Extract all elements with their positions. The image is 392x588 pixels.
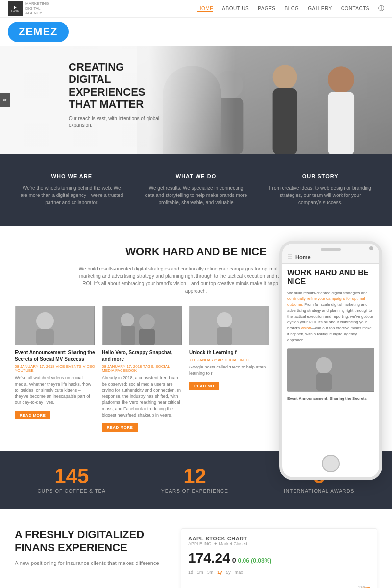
logo-bar: ZEMEZ <box>0 18 392 46</box>
stock-chart-title: AAPL STOCK CHART <box>188 536 370 541</box>
stat-experience-number: 12 <box>161 466 228 487</box>
svg-rect-20 <box>217 327 232 345</box>
nav-blog[interactable]: BLOG <box>284 6 299 11</box>
our-story-heading: OUR STORY <box>268 173 372 179</box>
flash-logo-icon: F LASH <box>8 1 23 16</box>
svg-rect-9 <box>316 373 332 391</box>
edit-button[interactable]: ✏ <box>0 93 10 107</box>
phone-heading: WORK HARD AND BE NICE <box>287 269 374 286</box>
finance-section: A FRESHLY DIGITALIZED FINANS EXPERIENCE … <box>0 509 392 588</box>
price-value: 174.24 <box>188 550 230 566</box>
blog-card-image-2 <box>102 306 182 345</box>
chart-tab-1d[interactable]: 1d <box>188 570 193 575</box>
blog-card-meta-3: 7TH JANUARY: ARTIFICIAL INTEL <box>189 358 270 362</box>
chart-tab-3m[interactable]: 3m <box>207 570 214 575</box>
blog-card-image-1 <box>15 306 95 345</box>
blog-card-1: Event Announcement: Sharing the Secrets … <box>15 306 95 432</box>
price-superscript: 0 <box>232 556 236 564</box>
phone-content: WORK HARD AND BE NICE We build results-o… <box>282 264 379 450</box>
work-section-outer: WORK HARD AND BE NICE We build results-o… <box>0 226 392 451</box>
blog-card-body-3: Google hosts called 'Deco to help atten … <box>189 364 270 376</box>
blog-card-body-1: We've all watched videos on social media… <box>15 375 95 406</box>
read-more-button-3[interactable]: READ MO <box>189 382 219 390</box>
svg-point-14 <box>121 313 134 327</box>
read-more-button-1[interactable]: READ MORE <box>15 411 50 419</box>
stat-awards-label: INTERNATIONAL AWARDS <box>284 489 354 494</box>
phone-mockup: ☰ Home WORK HARD AND BE NICE We build re… <box>279 241 382 480</box>
phone-home-label: Home <box>295 254 311 260</box>
work-intro: We build results-oriented digital strate… <box>78 265 314 294</box>
svg-rect-17 <box>139 329 155 345</box>
hero-title: CREATING DIGITAL EXPERIENCES THAT MATTER <box>69 61 167 110</box>
what-we-do-heading: WHAT WE DO <box>144 173 248 179</box>
phone-body: We build results-oriented digital strate… <box>287 290 374 343</box>
svg-point-19 <box>217 312 232 328</box>
hero-section: ✏ CREATING DIGITAL EXPERIENCES THAT MATT… <box>0 46 392 154</box>
chart-tab-1m[interactable]: 1m <box>197 570 203 575</box>
who-we-are-heading: WHO WE ARE <box>20 173 124 179</box>
nav-gallery[interactable]: GALLERY <box>308 6 332 11</box>
svg-point-11 <box>36 312 54 330</box>
stat-experience-label: YEARS OF EXPERIENCE <box>161 489 228 494</box>
who-we-are-col: WHO WE ARE We're the wheels turning behi… <box>10 169 134 211</box>
zemez-logo: ZEMEZ <box>8 22 69 42</box>
nav-contacts[interactable]: CONTACTS <box>341 6 369 11</box>
blog-cards: Event Announcement: Sharing the Secrets … <box>15 306 270 432</box>
blog-card-meta-2: 08 JANUARY 17, 2018 TAGS: SOCIAL MEDIA F… <box>102 364 182 373</box>
hero-subtitle: Our reach is vast, with intentions of gl… <box>69 115 167 129</box>
blog-card-2: Hello Vero, Scrappy Snapchat, and more 0… <box>102 306 182 432</box>
chart-tab-max[interactable]: max <box>235 570 243 575</box>
blog-card-meta-1: 08 JANUARY 17, 2018 VICE EVENTS VIDEO YO… <box>15 364 95 373</box>
stock-chart-area: Jan Mar May Jul Sep Dec 130 <box>188 579 370 588</box>
chart-tab-5y[interactable]: 5y <box>226 570 231 575</box>
hero-overlay <box>0 46 392 154</box>
stock-price: 174.24 0 0.06 (0.03%) <box>188 550 370 566</box>
blog-card-title-3: Unlock th Learning f <box>189 349 270 356</box>
finance-left: A FRESHLY DIGITALIZED FINANS EXPERIENCE … <box>15 528 166 567</box>
chart-tab-1y[interactable]: 1y <box>217 570 222 575</box>
brand-text: MARKETING DIGITAL AGENCY <box>25 1 49 16</box>
read-more-button-2[interactable]: READ MORE <box>102 423 138 432</box>
svg-rect-16 <box>121 326 135 345</box>
svg-point-15 <box>139 314 155 330</box>
what-we-do-text: We get results. We specialize in connect… <box>144 184 248 206</box>
blog-card-title-2: Hello Vero, Scrappy Snapchat, and more <box>102 349 182 362</box>
phone-image <box>287 348 374 392</box>
finance-heading: A FRESHLY DIGITALIZED FINANS EXPERIENCE <box>15 528 166 554</box>
finance-chart-widget: AAPL STOCK CHART APPLE INC. ✦ Market Clo… <box>181 528 377 588</box>
stat-coffee-number: 145 <box>38 466 106 487</box>
nav-home[interactable]: HOME <box>197 6 213 12</box>
svg-rect-12 <box>36 329 54 345</box>
our-story-col: OUR STORY From creative ideas, to web de… <box>258 169 382 211</box>
phone-home-button[interactable] <box>322 455 340 472</box>
phone-caption: Event Announcement: Sharing the Secrets <box>287 396 374 402</box>
who-we-are-text: We're the wheels turning behind the web.… <box>20 184 124 206</box>
stat-coffee: 145 CUPS OF COFFEE & TEA <box>38 466 106 494</box>
brand-logo: F LASH MARKETING DIGITAL AGENCY <box>8 1 49 16</box>
chart-tabs: 1d 1m 3m 1y 5y max <box>188 570 370 575</box>
info-section: WHO WE ARE We're the wheels turning behi… <box>0 154 392 226</box>
main-nav: HOME ABOUT US PAGES BLOG GALLERY CONTACT… <box>197 4 384 13</box>
svg-text:130: 130 <box>358 586 365 588</box>
user-icon[interactable]: ⓘ <box>378 4 384 13</box>
blog-card-3: Unlock th Learning f 7TH JANUARY: ARTIFI… <box>189 306 270 432</box>
nav-pages[interactable]: PAGES <box>258 6 275 11</box>
work-section: WORK HARD AND BE NICE We build results-o… <box>0 226 392 451</box>
finance-body: A new positioning for insurance clients … <box>15 559 166 567</box>
blog-card-body-2: Already in 2018, a consistent trend can … <box>102 375 182 418</box>
top-bar: F LASH MARKETING DIGITAL AGENCY HOME ABO… <box>0 0 392 18</box>
hero-content: CREATING DIGITAL EXPERIENCES THAT MATTER… <box>69 61 167 129</box>
stat-experience: 12 YEARS OF EXPERIENCE <box>161 466 228 494</box>
blog-card-image-3 <box>189 306 270 345</box>
nav-about[interactable]: ABOUT US <box>222 6 249 11</box>
stat-coffee-label: CUPS OF COFFEE & TEA <box>38 489 106 494</box>
stock-change: 0.06 (0.03%) <box>238 557 272 564</box>
svg-point-8 <box>316 357 332 374</box>
our-story-text: From creative ideas, to web design or br… <box>268 184 372 206</box>
phone-camera-icon <box>369 246 373 250</box>
blog-card-title-1: Event Announcement: Sharing the Secrets … <box>15 349 95 362</box>
stock-company-label: APPLE INC. ✦ Market Closed <box>188 541 370 546</box>
svg-rect-10 <box>16 306 94 345</box>
hamburger-icon: ☰ <box>287 254 293 261</box>
what-we-do-col: WHAT WE DO We get results. We specialize… <box>134 169 259 211</box>
